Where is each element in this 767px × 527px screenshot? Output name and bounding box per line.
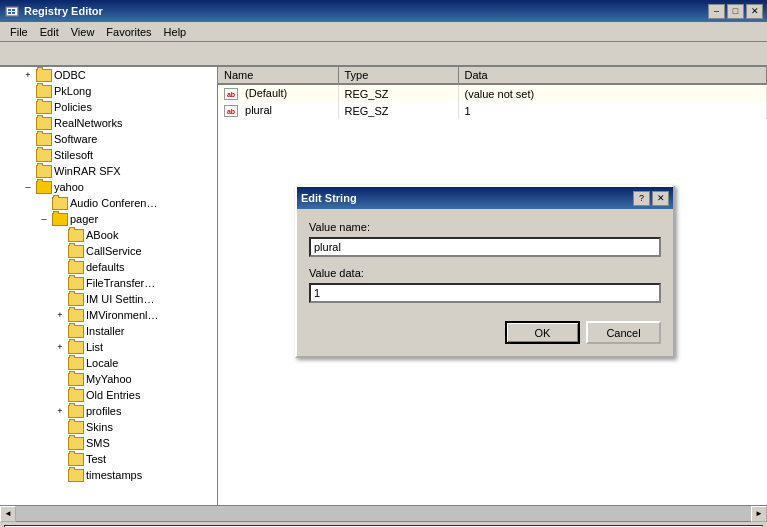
dialog-body: Value name: Value data: OK Cancel bbox=[297, 209, 673, 356]
edit-string-dialog: Edit String ? ✕ Value name: Value data: … bbox=[295, 185, 675, 358]
dialog-titlebar: Edit String ? ✕ bbox=[297, 187, 673, 209]
dialog-close-button[interactable]: ✕ bbox=[652, 191, 669, 206]
dialog-controls: ? ✕ bbox=[633, 191, 669, 206]
value-data-label: Value data: bbox=[309, 267, 661, 279]
dialog-title: Edit String bbox=[301, 192, 633, 204]
dialog-overlay: Edit String ? ✕ Value name: Value data: … bbox=[0, 0, 767, 527]
dialog-buttons: OK Cancel bbox=[309, 321, 661, 344]
value-data-input[interactable] bbox=[309, 283, 661, 303]
dialog-help-button[interactable]: ? bbox=[633, 191, 650, 206]
cancel-button[interactable]: Cancel bbox=[586, 321, 661, 344]
ok-button[interactable]: OK bbox=[505, 321, 580, 344]
value-name-label: Value name: bbox=[309, 221, 661, 233]
value-name-input[interactable] bbox=[309, 237, 661, 257]
